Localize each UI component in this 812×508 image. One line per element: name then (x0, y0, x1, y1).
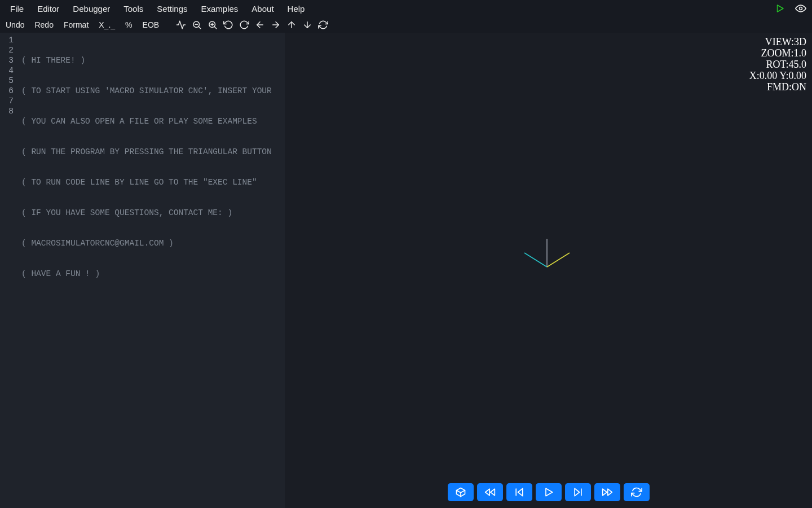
skip-back-button[interactable] (506, 483, 532, 501)
skip-forward-button[interactable] (565, 483, 591, 501)
viewport-3d[interactable]: VIEW:3D ZOOM:1.0 ROT:45.0 X:0.00 Y:0.00 … (285, 33, 812, 508)
code-line: ( TO RUN CODE LINE BY LINE GO TO THE "EX… (21, 177, 285, 187)
refresh-icon[interactable] (318, 20, 328, 30)
svg-line-6 (214, 27, 217, 29)
code-line: ( MACROSIMULATORCNC@GMAIL.COM ) (21, 238, 285, 248)
menu-settings[interactable]: Settings (150, 2, 194, 16)
code-area[interactable]: ( HI THERE! ) ( TO START USING 'MACRO SI… (19, 33, 285, 299)
redo-button[interactable]: Redo (32, 19, 55, 30)
run-icon[interactable] (775, 3, 785, 14)
arrow-right-icon[interactable] (271, 20, 281, 30)
code-editor[interactable]: 12345678 ( HI THERE! ) ( TO START USING … (0, 33, 285, 508)
hud-view: VIEW:3D (749, 36, 806, 47)
code-line: ( RUN THE PROGRAM BY PRESSING THE TRIANG… (21, 147, 285, 157)
fast-forward-button[interactable] (594, 483, 620, 501)
arrow-left-icon[interactable] (255, 20, 265, 30)
xdot-button[interactable]: X_._ (96, 19, 117, 30)
arrow-down-icon[interactable] (302, 20, 312, 30)
percent-button[interactable]: % (123, 19, 134, 30)
svg-line-15 (547, 253, 570, 267)
menu-help[interactable]: Help (281, 2, 312, 16)
svg-marker-21 (546, 488, 553, 496)
line-gutter: 12345678 (0, 33, 19, 116)
hud-fmd: FMD:ON (749, 81, 806, 93)
rotate-ccw-icon[interactable] (223, 20, 233, 30)
svg-marker-25 (602, 489, 607, 496)
viewport-hud: VIEW:3D ZOOM:1.0 ROT:45.0 X:0.00 Y:0.00 … (749, 36, 806, 93)
code-line: ( YOU CAN ALSO OPEN A FILE OR PLAY SOME … (21, 116, 285, 126)
menu-file[interactable]: File (3, 2, 30, 16)
zoom-out-icon[interactable] (192, 20, 202, 30)
view-cube-button[interactable] (448, 483, 474, 501)
arrow-up-icon[interactable] (286, 20, 297, 30)
main: 12345678 ( HI THERE! ) ( TO START USING … (0, 33, 812, 508)
svg-marker-18 (490, 489, 495, 496)
zoom-in-icon[interactable] (208, 20, 218, 30)
toolbar: Undo Redo Format X_._ % EOB (0, 17, 812, 33)
menubar: File Editor Debugger Tools Settings Exam… (0, 0, 812, 17)
eob-button[interactable]: EOB (140, 19, 162, 30)
svg-marker-24 (607, 489, 612, 496)
playback-bar (448, 483, 650, 501)
hud-zoom: ZOOM:1.0 (749, 47, 806, 59)
menu-tools[interactable]: Tools (117, 2, 150, 16)
play-button[interactable] (536, 483, 562, 501)
rotate-cw-icon[interactable] (239, 20, 249, 30)
code-line: ( IF YOU HAVE SOME QUESTIONS, CONTACT ME… (21, 208, 285, 218)
svg-marker-0 (778, 5, 784, 12)
menu-editor[interactable]: Editor (30, 2, 66, 16)
svg-line-3 (198, 27, 201, 29)
svg-marker-19 (518, 488, 522, 496)
hud-xy: X:0.00 Y:0.00 (749, 70, 806, 81)
svg-line-14 (524, 253, 547, 267)
hud-rot: ROT:45.0 (749, 59, 806, 70)
menu-about[interactable]: About (245, 2, 280, 16)
svg-point-1 (800, 7, 802, 10)
format-button[interactable]: Format (61, 19, 91, 30)
axis-gizmo (519, 236, 575, 283)
eye-icon[interactable] (795, 3, 806, 14)
svg-marker-22 (575, 488, 579, 496)
menubar-right (775, 0, 806, 17)
menubar-items: File Editor Debugger Tools Settings Exam… (3, 2, 311, 16)
svg-marker-17 (485, 489, 489, 496)
menu-examples[interactable]: Examples (194, 2, 245, 16)
menu-debugger[interactable]: Debugger (66, 2, 117, 16)
activity-icon[interactable] (176, 20, 186, 30)
code-line: ( HI THERE! ) (21, 55, 285, 65)
code-line: ( TO START USING 'MACRO SIMULATOR CNC', … (21, 86, 285, 96)
loop-button[interactable] (624, 483, 650, 501)
undo-button[interactable]: Undo (3, 19, 27, 30)
rewind-button[interactable] (477, 483, 503, 501)
code-line: ( HAVE A FUN ! ) (21, 269, 285, 279)
